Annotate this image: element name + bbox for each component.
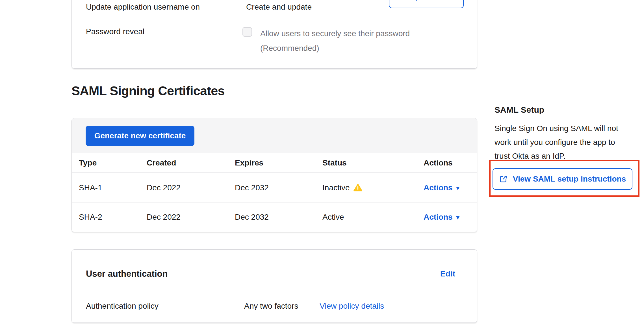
column-header-actions: Actions bbox=[417, 158, 477, 167]
user-authentication-card: User authentication Edit Authentication … bbox=[71, 249, 477, 323]
certificate-row-sha1: SHA-1 Dec 2022 Dec 2032 Inactive Actions… bbox=[72, 173, 477, 202]
update-username-label: Update application username on bbox=[86, 2, 200, 12]
column-header-expires: Expires bbox=[228, 158, 316, 167]
view-saml-setup-instructions-button[interactable]: View SAML setup instructions bbox=[493, 168, 632, 190]
password-reveal-checkbox-label: Allow users to securely see their passwo… bbox=[260, 26, 410, 56]
cert-expires: Dec 2032 bbox=[228, 183, 316, 192]
certificate-row-sha2: SHA-2 Dec 2022 Dec 2032 Active Actions ▾ bbox=[72, 202, 477, 232]
column-header-created: Created bbox=[139, 158, 228, 167]
actions-label: Actions bbox=[424, 183, 453, 192]
view-policy-details-link[interactable]: View policy details bbox=[320, 302, 384, 311]
column-header-type: Type bbox=[72, 158, 139, 167]
checkbox-label-line2: (Recommended) bbox=[260, 41, 410, 56]
certificates-panel-toolbar: Generate new certificate bbox=[72, 118, 477, 153]
external-link-icon bbox=[499, 175, 508, 183]
cert-expires: Dec 2032 bbox=[228, 213, 316, 222]
warning-icon bbox=[354, 184, 362, 192]
cert-created: Dec 2022 bbox=[139, 213, 228, 222]
description-line: work until you configure the app to bbox=[495, 135, 618, 149]
cert-status: Active bbox=[322, 213, 344, 222]
generate-new-certificate-button[interactable]: Generate new certificate bbox=[86, 126, 194, 146]
password-reveal-checkbox[interactable] bbox=[242, 27, 252, 37]
actions-menu-button[interactable]: Actions ▾ bbox=[424, 183, 459, 192]
refresh-icon bbox=[397, 0, 406, 1]
certificates-table-header: Type Created Expires Status Actions bbox=[72, 153, 477, 173]
password-reveal-label: Password reveal bbox=[86, 27, 144, 37]
checkbox-label-line1: Allow users to securely see their passwo… bbox=[260, 26, 410, 41]
update-now-label: Update Now bbox=[410, 0, 456, 1]
update-username-value: Create and update bbox=[246, 2, 312, 12]
edit-link[interactable]: Edit bbox=[440, 269, 455, 278]
update-now-button[interactable]: Update Now bbox=[389, 0, 464, 8]
caret-down-icon: ▾ bbox=[456, 185, 459, 191]
cert-created: Dec 2022 bbox=[139, 183, 228, 192]
certificates-panel: Generate new certificate Type Created Ex… bbox=[71, 118, 477, 232]
actions-menu-button[interactable]: Actions ▾ bbox=[424, 213, 459, 222]
sign-on-settings-card: Update application username on Create an… bbox=[71, 0, 477, 69]
cert-status: Inactive bbox=[322, 183, 350, 192]
user-authentication-title: User authentication bbox=[86, 269, 168, 279]
okta-saml-settings-page: Update application username on Create an… bbox=[0, 0, 644, 327]
actions-label: Actions bbox=[424, 213, 453, 222]
saml-signing-certificates-title: SAML Signing Certificates bbox=[71, 84, 225, 98]
description-line: Single Sign On using SAML will not bbox=[495, 121, 618, 135]
saml-setup-description: Single Sign On using SAML will not work … bbox=[495, 121, 618, 163]
description-line: trust Okta as an IdP. bbox=[495, 149, 618, 163]
column-header-status: Status bbox=[316, 158, 417, 167]
saml-setup-title: SAML Setup bbox=[495, 105, 544, 115]
authentication-policy-value: Any two factors bbox=[244, 302, 298, 311]
view-saml-instructions-label: View SAML setup instructions bbox=[513, 175, 626, 184]
caret-down-icon: ▾ bbox=[456, 214, 459, 221]
authentication-policy-label: Authentication policy bbox=[86, 302, 159, 311]
cert-type: SHA-2 bbox=[72, 213, 139, 222]
cert-type: SHA-1 bbox=[72, 183, 139, 192]
